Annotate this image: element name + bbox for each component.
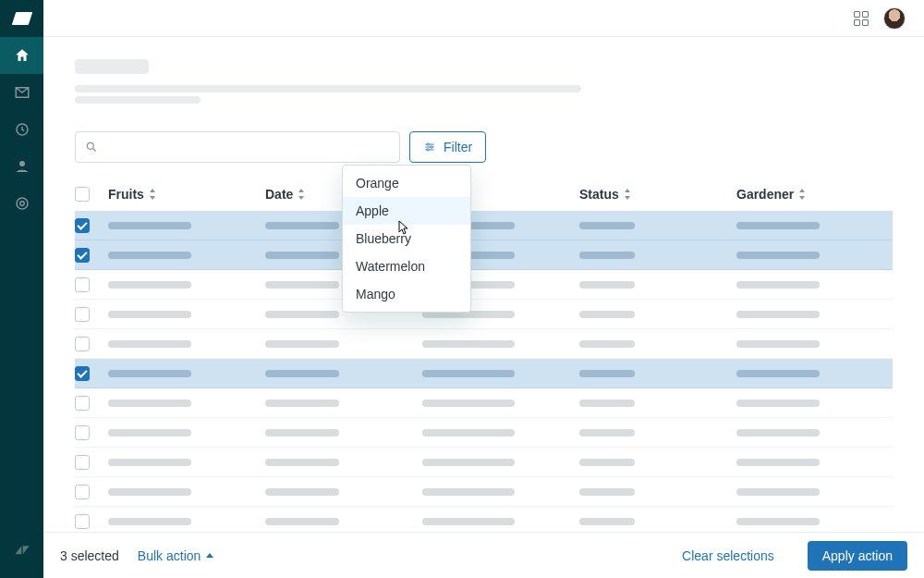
- cell-placeholder: [265, 252, 339, 259]
- clock-icon: [14, 121, 30, 138]
- cell-placeholder: [108, 311, 191, 318]
- row-checkbox[interactable]: [75, 396, 90, 411]
- cell-placeholder: [579, 400, 635, 407]
- table-row[interactable]: [75, 270, 893, 300]
- product-logo: [0, 0, 43, 37]
- cell-placeholder: [422, 340, 515, 348]
- cell-placeholder: [108, 370, 191, 377]
- cell-placeholder: [422, 400, 515, 407]
- zendesk-icon: [14, 542, 30, 559]
- avatar[interactable]: [883, 7, 906, 30]
- sort-icon: [148, 189, 157, 200]
- cell-placeholder: [108, 340, 191, 348]
- nav-clock[interactable]: [0, 111, 43, 148]
- cell-placeholder: [265, 281, 339, 289]
- cell-placeholder: [108, 400, 191, 407]
- filter-option[interactable]: Orange: [343, 169, 470, 197]
- cell-placeholder: [736, 429, 820, 437]
- cell-placeholder: [579, 281, 635, 289]
- table-row[interactable]: [75, 211, 893, 240]
- filter-option[interactable]: Mango: [343, 280, 470, 308]
- table-row[interactable]: [75, 507, 893, 532]
- search-input-wrapper[interactable]: [75, 131, 400, 163]
- table-row[interactable]: [75, 388, 893, 418]
- cell-placeholder: [579, 370, 635, 377]
- table-row[interactable]: [75, 300, 893, 329]
- cell-placeholder: [265, 459, 339, 466]
- apps-icon[interactable]: [854, 11, 869, 26]
- left-sidebar: [0, 0, 43, 578]
- table-row[interactable]: [75, 448, 893, 477]
- user-icon: [14, 158, 30, 175]
- lifebuoy-icon: [14, 195, 30, 212]
- data-table: Fruits Date Status Gardener: [75, 178, 893, 532]
- nav-user[interactable]: [0, 148, 43, 185]
- svg-point-9: [427, 143, 429, 145]
- table-row[interactable]: [75, 418, 893, 448]
- table-row[interactable]: [75, 329, 893, 359]
- selected-count: 3 selected: [60, 548, 119, 563]
- table-row[interactable]: [75, 359, 893, 388]
- cell-placeholder: [265, 518, 339, 525]
- cell-placeholder: [108, 459, 191, 466]
- cell-placeholder: [579, 252, 635, 259]
- row-checkbox[interactable]: [75, 277, 90, 292]
- row-checkbox[interactable]: [75, 514, 90, 529]
- filter-button[interactable]: Filter: [409, 131, 486, 163]
- column-header-fruits[interactable]: Fruits: [108, 187, 265, 202]
- nav-zendesk[interactable]: [0, 532, 43, 569]
- cell-placeholder: [265, 400, 339, 407]
- nav-home[interactable]: [0, 37, 43, 74]
- row-checkbox[interactable]: [75, 455, 90, 470]
- cell-placeholder: [736, 311, 820, 318]
- svg-point-11: [427, 149, 429, 151]
- cell-placeholder: [422, 370, 515, 377]
- table-header-row: Fruits Date Status Gardener: [75, 178, 893, 211]
- nav-mail[interactable]: [0, 74, 43, 111]
- row-checkbox[interactable]: [75, 218, 90, 233]
- cell-placeholder: [108, 222, 191, 229]
- table-row[interactable]: [75, 477, 893, 507]
- cell-placeholder: [736, 222, 820, 229]
- cell-placeholder: [736, 252, 820, 259]
- filter-dropdown: OrangeAppleBlueberryWatermelonMango: [342, 165, 471, 313]
- row-checkbox[interactable]: [75, 307, 90, 322]
- row-checkbox[interactable]: [75, 425, 90, 440]
- cell-placeholder: [108, 252, 191, 259]
- column-header-gardener[interactable]: Gardener: [736, 187, 892, 202]
- cell-placeholder: [736, 281, 820, 289]
- cell-placeholder: [579, 518, 635, 525]
- page-subtitle-placeholder-2: [75, 96, 201, 104]
- bulk-action-menu[interactable]: Bulk action: [138, 548, 213, 563]
- cursor-icon: [395, 220, 408, 237]
- select-all-checkbox[interactable]: [75, 187, 90, 202]
- apply-action-button[interactable]: Apply action: [808, 541, 907, 571]
- mail-icon: [14, 84, 30, 101]
- bulk-action-bar: 3 selected Bulk action Clear selections …: [43, 532, 924, 578]
- clear-selections-link[interactable]: Clear selections: [682, 548, 774, 563]
- chevron-up-icon: [206, 553, 213, 558]
- cell-placeholder: [422, 429, 515, 437]
- cell-placeholder: [579, 340, 635, 348]
- svg-point-4: [87, 142, 93, 149]
- cell-placeholder: [579, 429, 635, 437]
- cell-placeholder: [736, 488, 820, 496]
- row-checkbox[interactable]: [75, 366, 90, 381]
- table-row[interactable]: [75, 240, 893, 270]
- row-checkbox[interactable]: [75, 248, 90, 263]
- search-input[interactable]: [105, 140, 390, 154]
- nav-help[interactable]: [0, 185, 43, 222]
- cell-placeholder: [108, 429, 191, 437]
- filter-option[interactable]: Watermelon: [343, 252, 470, 280]
- column-header-status[interactable]: Status: [579, 187, 736, 202]
- cell-placeholder: [736, 370, 820, 377]
- sort-icon: [623, 189, 632, 200]
- cell-placeholder: [108, 281, 191, 289]
- svg-point-2: [17, 198, 28, 209]
- row-checkbox[interactable]: [75, 485, 90, 499]
- row-checkbox[interactable]: [75, 337, 90, 351]
- cell-placeholder: [265, 340, 339, 348]
- svg-point-10: [431, 146, 432, 148]
- cell-placeholder: [422, 459, 515, 466]
- cell-placeholder: [579, 311, 635, 318]
